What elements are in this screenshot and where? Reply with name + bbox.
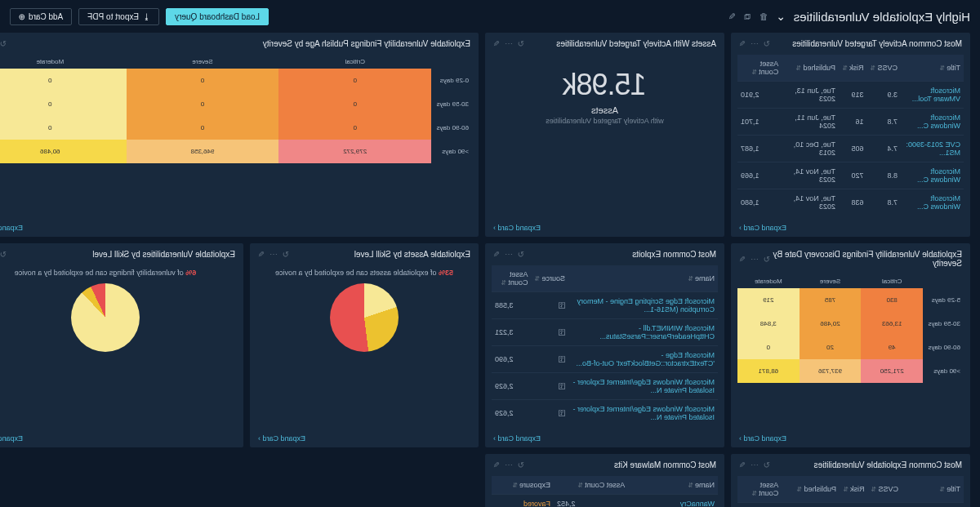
- expand-card-link[interactable]: Expand Card: [0, 219, 479, 237]
- col-cvss[interactable]: CVSS⇅: [866, 55, 901, 82]
- heatmap-cell: 219: [737, 288, 800, 312]
- table-row[interactable]: CVE 2013-3900: MS1...7.4605Tue, Dec 10, …: [737, 136, 964, 162]
- pie-desc: 6% of vulnerability findings can be expl…: [0, 269, 240, 277]
- table-row[interactable]: Microsoft Windows C...8.8720Tue, Nov 14,…: [737, 162, 964, 189]
- col-source[interactable]: Source⇅: [531, 265, 568, 292]
- heatmap-cell: 830: [861, 288, 923, 312]
- table-row[interactable]: Microsoft Edge Scripting Engine - Memory…: [492, 292, 718, 319]
- cell-name[interactable]: Microsoft Edge Scripting Engine - Memory…: [568, 292, 718, 319]
- cell-name[interactable]: Microsoft Windows Edge/Internet Explorer…: [568, 400, 718, 427]
- col-cvss[interactable]: CVSS⇅: [867, 476, 902, 503]
- more-icon[interactable]: ⋯: [505, 39, 513, 48]
- col-title[interactable]: Title⇅: [902, 476, 964, 503]
- table-row[interactable]: Microsoft Windows C...7.8638Tue, Nov 14,…: [737, 189, 964, 216]
- heatmap-col: Severe: [127, 55, 279, 69]
- col-risk[interactable]: Risk⇅: [840, 476, 868, 503]
- card-title: Exploitable Vulnerability Findings Disco…: [770, 250, 962, 268]
- refresh-icon[interactable]: ↻: [518, 250, 524, 259]
- more-icon[interactable]: ⋯: [505, 250, 513, 259]
- cell-title[interactable]: Microsoft Windows C...: [901, 109, 964, 136]
- table-row[interactable]: Microsoft Windows C...7.816Tue, Jun 11, …: [737, 503, 964, 508]
- cell-name[interactable]: Microsoft Windows Edge/Internet Explorer…: [568, 373, 718, 400]
- col-asset-count[interactable]: Asset Count⇅: [737, 476, 782, 503]
- add-card-button[interactable]: Add Card⊕: [10, 8, 72, 25]
- load-dashboard-query-button[interactable]: Load Dashboard Query: [166, 8, 269, 25]
- pencil-icon[interactable]: ✎: [728, 11, 736, 22]
- table-row[interactable]: WannaCry2,452Favored: [492, 495, 718, 508]
- col-name[interactable]: Name⇅: [568, 265, 718, 292]
- col-asset-count[interactable]: Asset Count⇅: [737, 55, 782, 82]
- pencil-icon[interactable]: ✎: [258, 250, 265, 259]
- card-discovery-date: Exploitable Vulnerability Findings Disco…: [731, 243, 970, 447]
- refresh-icon[interactable]: ↻: [764, 460, 770, 469]
- col-risk[interactable]: Risk⇅: [839, 55, 867, 82]
- exploitable-table: Title⇅ CVSS⇅ Risk⇅ Published⇅ Asset Coun…: [737, 476, 964, 507]
- refresh-icon[interactable]: ↻: [518, 39, 524, 48]
- plus-icon: ⊕: [19, 12, 25, 21]
- table-row[interactable]: Microsoft Windows Edge/Internet Explorer…: [492, 373, 718, 400]
- col-name[interactable]: Name⇅: [628, 476, 718, 495]
- heatmap-cell: 20: [800, 336, 862, 359]
- export-pdf-button[interactable]: ⭳Export to PDF: [78, 8, 159, 25]
- cell-name[interactable]: Microsoft Edge - 'CTextExtractor::GetBlo…: [568, 346, 718, 373]
- card-title: Most Common Exploitable Vulnerabilities: [814, 460, 962, 469]
- card-assets-skill: Exploitable Assets by Skill Level ↻⋯✎ 53…: [250, 243, 479, 447]
- table-row[interactable]: Microsoft Edge - 'CTextExtractor::GetBlo…: [492, 346, 718, 373]
- col-title[interactable]: Title⇅: [901, 55, 964, 82]
- col-published[interactable]: Published⇅: [782, 55, 839, 82]
- cell-title[interactable]: Microsoft Windows C...: [901, 189, 964, 216]
- cell-title[interactable]: Microsoft VMware Tool...: [901, 82, 964, 109]
- expand-card-link[interactable]: Expand Card: [485, 219, 724, 237]
- more-icon[interactable]: ⋯: [751, 39, 759, 48]
- col-asset-count[interactable]: Asset Count⇅: [554, 476, 628, 495]
- cell-asset-count: 3,588: [492, 292, 531, 319]
- card-assets-active: Assets With Actively Targeted Vulnerabil…: [485, 33, 724, 237]
- cell-name[interactable]: WannaCry: [628, 495, 718, 508]
- table-row[interactable]: Microsoft Windows C...7.816Tue, Jun 11, …: [737, 109, 964, 136]
- big-number-sub: with Actively Targeted Vulnerabilities: [493, 117, 716, 125]
- refresh-icon[interactable]: ↻: [518, 460, 524, 469]
- expand-card-link[interactable]: Expand Card: [731, 219, 970, 237]
- pencil-icon[interactable]: ✎: [739, 460, 746, 469]
- pencil-icon[interactable]: ✎: [493, 250, 500, 259]
- card-publish-age: Exploitable Vulnerability Findings Publi…: [0, 33, 479, 237]
- refresh-icon[interactable]: ↻: [764, 255, 770, 264]
- more-icon[interactable]: ⋯: [751, 255, 759, 264]
- more-icon[interactable]: ⋯: [751, 460, 759, 469]
- trash-icon[interactable]: 🗑: [759, 11, 768, 22]
- refresh-icon[interactable]: ↻: [283, 250, 289, 259]
- table-row[interactable]: Microsoft WININET.dll - CHttpHeaderParse…: [492, 319, 718, 346]
- expand-card-link[interactable]: Expand Card: [0, 429, 243, 447]
- table-row[interactable]: Microsoft Windows Edge/Internet Explorer…: [492, 400, 718, 427]
- refresh-icon[interactable]: ↻: [0, 250, 7, 259]
- lock-icon: ⚿: [558, 355, 565, 363]
- pencil-icon[interactable]: ✎: [493, 39, 500, 48]
- heatmap-cell: 0: [278, 116, 431, 140]
- refresh-icon[interactable]: ↻: [764, 39, 770, 48]
- copy-icon[interactable]: ⧉: [744, 11, 751, 22]
- card-title: Most Common Actively Targeted Vulnerabil…: [792, 39, 962, 48]
- cell-risk: 638: [839, 189, 867, 216]
- pencil-icon[interactable]: ✎: [739, 255, 746, 264]
- heatmap-cell: 0: [0, 69, 127, 92]
- expand-card-link[interactable]: Expand Card: [250, 429, 479, 447]
- refresh-icon[interactable]: ↻: [0, 39, 7, 48]
- col-published[interactable]: Published⇅: [782, 476, 840, 503]
- more-icon[interactable]: ⋯: [505, 460, 513, 469]
- card-title: Most Common Malware Kits: [614, 460, 716, 469]
- col-asset-count[interactable]: Asset Count⇅: [492, 265, 531, 292]
- more-icon[interactable]: ⋯: [270, 250, 278, 259]
- cell-title[interactable]: Microsoft Windows C...: [901, 162, 964, 189]
- expand-card-link[interactable]: Expand Card: [731, 429, 970, 447]
- pencil-icon[interactable]: ✎: [493, 460, 500, 469]
- table-row[interactable]: Microsoft VMware Tool...3.9319Tue, Jun 1…: [737, 82, 964, 109]
- col-exposure[interactable]: Exposure⇅: [492, 476, 554, 495]
- pencil-icon[interactable]: ✎: [739, 39, 746, 48]
- chevron-down-icon[interactable]: ⌄: [776, 10, 786, 23]
- lock-icon: ⚿: [558, 301, 565, 309]
- heatmap-row-label: >90 days: [431, 140, 472, 163]
- cell-name[interactable]: Microsoft WININET.dll - CHttpHeaderParse…: [568, 319, 718, 346]
- expand-card-link[interactable]: Expand Card: [485, 429, 724, 447]
- cell-title[interactable]: Microsoft Windows C...: [902, 503, 964, 508]
- cell-title[interactable]: CVE 2013-3900: MS1...: [901, 136, 964, 162]
